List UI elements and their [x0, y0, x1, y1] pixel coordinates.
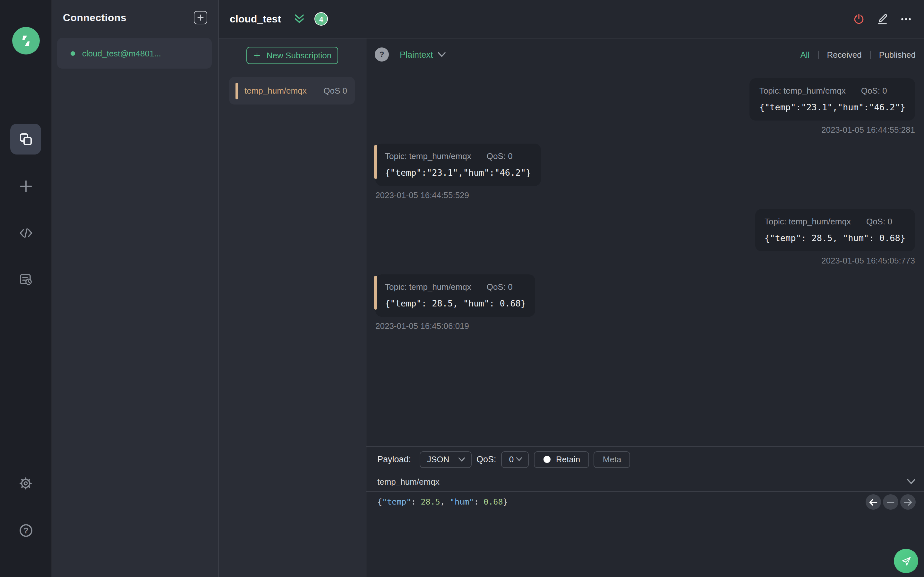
sidebar-item-settings[interactable]	[10, 468, 41, 499]
collapse-publish-button[interactable]	[907, 479, 916, 484]
connection-title: cloud_test	[230, 13, 281, 25]
new-connection-button[interactable]	[194, 11, 207, 24]
connection-topbar: cloud_test 4	[219, 0, 924, 39]
plus-icon	[196, 13, 205, 22]
disconnect-button[interactable]	[852, 11, 865, 27]
filter-tab-all[interactable]: All	[800, 50, 809, 59]
message-meta: Topic: temp_hum/emqxQoS: 0	[385, 151, 531, 161]
filter-separator	[870, 50, 871, 59]
qos-value: 0	[509, 455, 514, 464]
topbar-actions	[852, 11, 913, 27]
payload-format-help-icon[interactable]: ?	[375, 47, 389, 61]
message-item: Topic: temp_hum/emqxQoS: 0 {"temp": 28.5…	[375, 274, 915, 331]
message-timestamp: 2023-01-05 16:45:06:019	[375, 321, 469, 331]
connections-icon	[18, 131, 33, 147]
message-bubble: Topic: temp_hum/emqxQoS: 0 {"temp": 28.5…	[375, 274, 535, 317]
message-bubble: Topic: temp_hum/emqxQoS: 0 {"temp":"23.1…	[750, 78, 915, 121]
minus-icon	[886, 498, 895, 506]
log-icon	[18, 272, 33, 287]
payload-type-value: JSON	[427, 455, 449, 464]
new-subscription-button[interactable]: New Subscription	[246, 47, 338, 64]
chevron-down-icon	[458, 457, 465, 462]
meta-button[interactable]: Meta	[594, 451, 630, 468]
subscription-topic: temp_hum/emqx	[244, 86, 307, 95]
message-toolbar: ? Plaintext All Received Published	[367, 39, 924, 71]
arrow-left-icon	[869, 498, 878, 506]
message-payload: {"temp": 28.5, "hum": 0.68}	[385, 298, 526, 308]
topic-input[interactable]: temp_hum/emqx	[377, 477, 439, 486]
send-button[interactable]	[894, 549, 918, 573]
message-meta: Topic: temp_hum/emqxQoS: 0	[759, 86, 905, 95]
filter-separator	[818, 50, 819, 59]
message-payload: {"temp": 28.5, "hum": 0.68}	[764, 233, 905, 243]
message-item: Topic: temp_hum/emqxQoS: 0 {"temp":"23.1…	[375, 78, 915, 135]
sidebar-item-new-window[interactable]	[10, 171, 41, 201]
connection-list-item[interactable]: cloud_test@m4801...	[57, 38, 212, 69]
new-subscription-label: New Subscription	[267, 51, 331, 60]
payload-editor[interactable]: {"temp": 28.5, "hum": 0.68}	[367, 492, 924, 577]
connections-title: Connections	[63, 12, 126, 23]
icon-rail: ?	[0, 0, 52, 577]
message-item: Topic: temp_hum/emqxQoS: 0 {"temp":"23.1…	[375, 143, 915, 200]
subscription-item[interactable]: temp_hum/emqx QoS 0	[229, 77, 355, 105]
plus-icon	[18, 178, 34, 194]
code-icon	[18, 225, 34, 241]
message-count-badge: 4	[314, 12, 328, 26]
subscription-qos: QoS 0	[318, 86, 347, 95]
mqttx-app: ? Connections cloud_test@m4801... cloud_…	[0, 0, 924, 577]
qos-label: QoS:	[477, 455, 496, 464]
retain-label: Retain	[556, 455, 580, 464]
payload-label: Payload:	[377, 455, 411, 464]
plus-icon	[253, 51, 262, 60]
history-clear-button[interactable]	[883, 494, 898, 510]
retain-radio-icon	[543, 456, 550, 463]
connections-header: Connections	[52, 0, 218, 24]
message-qos: QoS: 0	[487, 151, 513, 161]
edit-connection-button[interactable]	[876, 11, 889, 27]
right-area: cloud_test 4	[219, 0, 924, 577]
help-icon: ?	[18, 522, 34, 538]
message-meta: Topic: temp_hum/emqxQoS: 0	[385, 282, 526, 292]
publish-controls: Payload: JSON QoS: 0	[367, 447, 924, 472]
payload-format-value: Plaintext	[400, 50, 433, 59]
message-list: Topic: temp_hum/emqxQoS: 0 {"temp":"23.1…	[367, 71, 924, 446]
message-topic: Topic: temp_hum/emqx	[764, 217, 851, 226]
history-next-button[interactable]	[900, 494, 916, 510]
message-qos: QoS: 0	[866, 217, 892, 226]
payload-editor-content: {"temp": 28.5, "hum": 0.68}	[377, 497, 924, 506]
subscription-color-bar	[236, 82, 238, 99]
sidebar-item-log[interactable]	[10, 264, 41, 295]
topic-row: temp_hum/emqx	[367, 472, 924, 492]
message-qos: QoS: 0	[487, 282, 513, 292]
message-filters: All Received Published	[800, 50, 916, 59]
history-nav	[866, 494, 916, 510]
chevron-down-icon	[438, 52, 446, 57]
chevron-down-icon	[907, 479, 916, 484]
collapse-panel-button[interactable]	[293, 13, 305, 24]
message-timestamp: 2023-01-05 16:44:55:281	[821, 125, 915, 135]
payload-format-select[interactable]: Plaintext	[400, 50, 446, 59]
message-qos: QoS: 0	[861, 86, 887, 95]
message-payload: {"temp":"23.1","hum":"46.2"}	[385, 167, 531, 177]
arrow-right-icon	[903, 498, 913, 506]
filter-tab-published[interactable]: Published	[879, 50, 916, 59]
sidebar-item-script[interactable]	[10, 218, 41, 248]
filter-tab-received[interactable]: Received	[827, 50, 861, 59]
settings-gear-icon	[18, 476, 33, 491]
sidebar-item-connections[interactable]	[10, 124, 41, 155]
qos-select[interactable]: 0	[501, 451, 529, 468]
payload-type-select[interactable]: JSON	[419, 451, 471, 468]
rail-bottom-group: ?	[10, 468, 41, 577]
message-meta: Topic: temp_hum/emqxQoS: 0	[764, 217, 905, 226]
more-menu-button[interactable]	[900, 11, 913, 27]
history-prev-button[interactable]	[866, 494, 881, 510]
sidebar-item-help[interactable]: ?	[10, 515, 41, 546]
message-bubble: Topic: temp_hum/emqxQoS: 0 {"temp":"23.1…	[375, 143, 541, 186]
message-timestamp: 2023-01-05 16:44:55:529	[375, 190, 469, 200]
retain-toggle[interactable]: Retain	[534, 451, 590, 468]
svg-text:?: ?	[23, 526, 28, 535]
mqttx-logo-glyph	[18, 33, 33, 48]
double-chevron-down-icon	[293, 13, 305, 24]
edit-pencil-icon	[876, 12, 889, 26]
send-plane-icon	[901, 556, 911, 566]
